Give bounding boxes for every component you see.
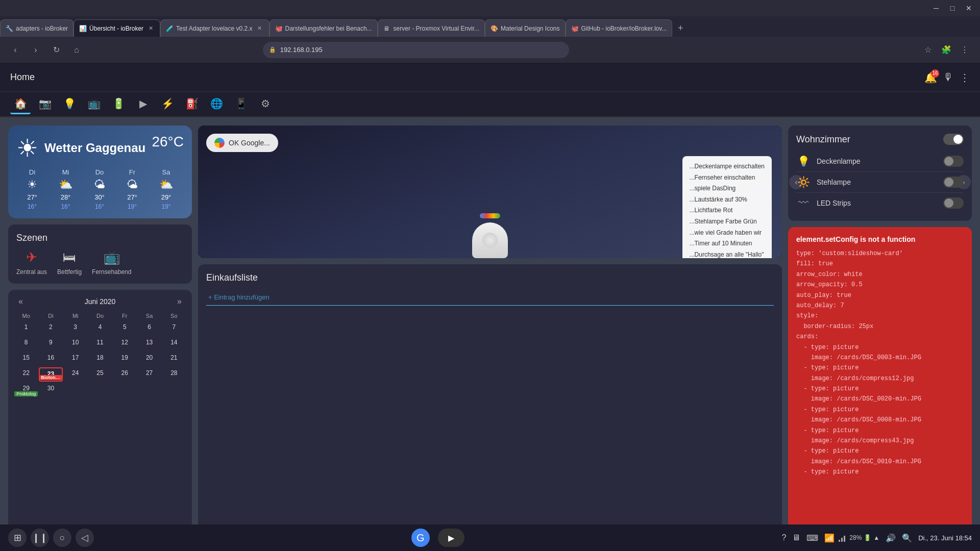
- home-button[interactable]: ○: [53, 529, 71, 547]
- url-bar[interactable]: 🔒 192.168.0.195: [263, 42, 569, 58]
- nav-icon-battery[interactable]: 🔋: [108, 94, 129, 114]
- tab-t4[interactable]: 🐙 Darstellungsfehler bei Benach...: [270, 19, 378, 37]
- cal-cell-16[interactable]: 16: [39, 352, 62, 366]
- taskbar-left: ⊞ ❙❙ ○ ◁: [8, 529, 94, 547]
- cal-cell-17[interactable]: 17: [64, 352, 87, 366]
- cal-cell-20[interactable]: 20: [137, 352, 161, 366]
- multitask-button[interactable]: ❙❙: [31, 529, 49, 547]
- cal-cell-9[interactable]: 9: [39, 337, 62, 351]
- device-toggle[interactable]: [943, 197, 964, 209]
- cal-cell-26[interactable]: 26: [113, 367, 136, 382]
- minimize-button[interactable]: ─: [929, 3, 943, 13]
- cal-cell-24[interactable]: 24: [64, 367, 87, 382]
- tab-close-button[interactable]: ✕: [146, 24, 155, 33]
- cal-cell-29[interactable]: 29Proktolog: [14, 383, 38, 397]
- cal-header-Do: Do: [88, 311, 112, 320]
- cal-header-Fr: Fr: [113, 311, 136, 320]
- add-tab-button[interactable]: +: [672, 19, 689, 37]
- maximize-button[interactable]: □: [945, 3, 960, 13]
- cal-cell-23[interactable]: 23Biotonne: [39, 367, 62, 382]
- wifi-icon[interactable]: 📶: [824, 533, 835, 543]
- tab-t7[interactable]: 🐙 GitHub - ioBroker/ioBroker.lov...: [566, 19, 673, 37]
- cal-cell-7[interactable]: 7: [162, 321, 186, 336]
- cal-day-number: 14: [170, 339, 177, 346]
- volume-icon[interactable]: 🔊: [886, 533, 896, 543]
- cal-cell-28[interactable]: 28: [162, 367, 186, 382]
- next-step-button[interactable]: ▶: [438, 529, 464, 547]
- taskbar-monitor-icon[interactable]: 🖥: [792, 533, 800, 542]
- forward-button[interactable]: ›: [29, 43, 43, 57]
- scene-item-zentral-aus[interactable]: ✈ Zentral aus: [16, 249, 47, 276]
- wohnzimmer-master-toggle[interactable]: [943, 134, 964, 145]
- wohnzimmer-prev-arrow[interactable]: ‹: [789, 175, 803, 189]
- cal-cell-12[interactable]: 12: [113, 337, 136, 351]
- nav-icon-globe[interactable]: 🌐: [206, 94, 227, 114]
- cal-cell-8[interactable]: 8: [14, 337, 38, 351]
- cal-cell-25[interactable]: 25: [88, 367, 112, 382]
- home-button[interactable]: ⌂: [69, 43, 84, 57]
- cal-cell-13[interactable]: 13: [137, 337, 161, 351]
- device-toggle[interactable]: [943, 156, 964, 167]
- taskbar-question-button[interactable]: ?: [781, 533, 786, 542]
- nav-icon-bulb[interactable]: 💡: [59, 94, 80, 114]
- active-app-icon[interactable]: G: [411, 529, 430, 547]
- cal-cell-1[interactable]: 1: [14, 321, 38, 336]
- tab-t1[interactable]: 🔧 adapters - ioBroker: [0, 19, 74, 37]
- cal-cell-6[interactable]: 6: [137, 321, 161, 336]
- tab-t6[interactable]: 🎨 Material Design Icons: [485, 19, 565, 37]
- cal-cell-27[interactable]: 27: [137, 367, 161, 382]
- cal-day-number: 28: [170, 369, 177, 377]
- cal-cell-5[interactable]: 5: [113, 321, 136, 336]
- close-button[interactable]: ✕: [962, 3, 976, 13]
- cal-cell-21[interactable]: 21: [162, 352, 186, 366]
- notification-badge[interactable]: 🔔 16: [924, 71, 937, 84]
- nav-icon-house[interactable]: 🏠: [10, 94, 31, 114]
- nav-icon-phone[interactable]: 📱: [231, 94, 251, 114]
- scene-item-fernsehabend[interactable]: 📺 Fernsehabend: [92, 249, 131, 276]
- calendar-next-button[interactable]: »: [173, 296, 186, 307]
- cal-cell-19[interactable]: 19: [113, 352, 136, 366]
- tab-t2[interactable]: 📊 Übersicht - ioBroker ✕: [74, 19, 160, 37]
- cal-cell-14[interactable]: 14: [162, 337, 186, 351]
- calendar-prev-button[interactable]: «: [14, 296, 27, 307]
- nav-icon-settings[interactable]: ⚙: [255, 94, 276, 114]
- star-button[interactable]: ☆: [921, 43, 935, 57]
- cal-cell-4[interactable]: 4: [88, 321, 112, 336]
- more-options-icon[interactable]: ⋮: [960, 71, 970, 84]
- nav-icon-tv[interactable]: 📺: [84, 94, 104, 114]
- cal-cell-10[interactable]: 10: [64, 337, 87, 351]
- apps-grid-button[interactable]: ⊞: [8, 529, 27, 547]
- nav-icon-bolt[interactable]: ⚡: [157, 94, 178, 114]
- search-icon[interactable]: 🔍: [902, 533, 912, 543]
- scene-item-bettfertig[interactable]: 🛏 Bettfertig: [57, 249, 82, 276]
- nav-icon-gas[interactable]: ⛽: [182, 94, 202, 114]
- tab-close-button[interactable]: ✕: [256, 24, 264, 33]
- tab-t5[interactable]: 🖥 server - Proxmox Virtual Envir...: [378, 19, 485, 37]
- cal-cell-11[interactable]: 11: [88, 337, 112, 351]
- device-toggle[interactable]: [943, 177, 964, 188]
- battery-up-icon[interactable]: ▲: [873, 534, 879, 541]
- microphone-icon[interactable]: 🎙: [943, 71, 953, 83]
- nav-icon-play[interactable]: ▶: [133, 94, 153, 114]
- reload-button[interactable]: ↻: [49, 43, 63, 57]
- taskbar-keyboard-icon[interactable]: ⌨: [806, 533, 818, 543]
- menu-button[interactable]: ⋮: [958, 43, 972, 57]
- cal-cell-15[interactable]: 15: [14, 352, 38, 366]
- tab-favicon: 🎨: [491, 25, 498, 32]
- cal-cell-3[interactable]: 3: [64, 321, 87, 336]
- tabs-bar: 🔧 adapters - ioBroker 📊 Übersicht - ioBr…: [0, 16, 980, 37]
- cal-cell-30[interactable]: 30: [39, 383, 62, 397]
- day-low-temp: 16°: [28, 203, 37, 210]
- back-button[interactable]: ◁: [76, 529, 94, 547]
- cal-day-number: 27: [146, 369, 153, 377]
- nav-icon-camera[interactable]: 📷: [35, 94, 55, 114]
- tab-t3[interactable]: 🧪 Test Adapter lovelace v0.2.x ✕: [160, 19, 269, 37]
- back-button[interactable]: ‹: [8, 43, 22, 57]
- google-assistant-button[interactable]: OK Google...: [206, 134, 278, 152]
- cal-cell-22[interactable]: 22: [14, 367, 38, 382]
- extensions-button[interactable]: 🧩: [939, 43, 953, 57]
- cal-cell-18[interactable]: 18: [88, 352, 112, 366]
- cal-cell-2[interactable]: 2: [39, 321, 62, 336]
- assistant-command: ...Deckenlampe einschalten: [690, 161, 765, 172]
- shopping-input[interactable]: [206, 289, 774, 306]
